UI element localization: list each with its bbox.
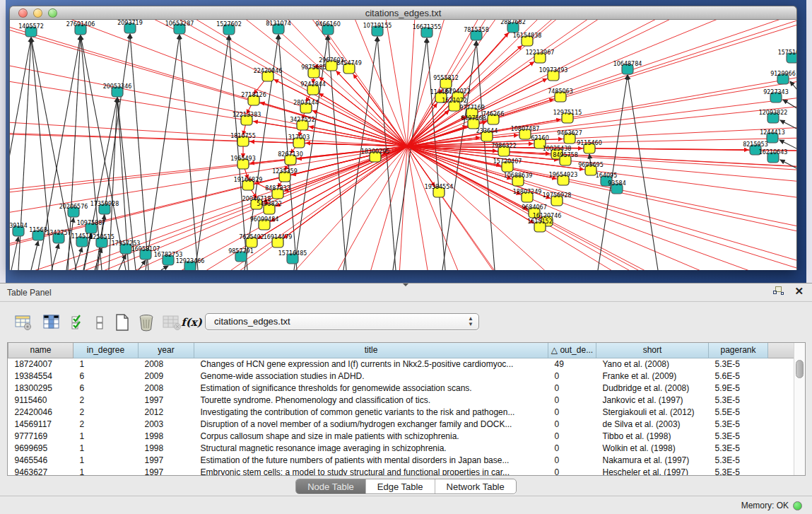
- table-cell[interactable]: Estimation of significance thresholds fo…: [194, 382, 548, 394]
- table-cell[interactable]: 0: [548, 418, 596, 430]
- table-cell[interactable]: 5.9E-5: [709, 382, 768, 394]
- citation-edge-red[interactable]: [407, 20, 466, 146]
- table-cell[interactable]: Structural magnetic resonance image aver…: [194, 442, 548, 454]
- table-row[interactable]: 911546021997Tourette syndrome. Phenomeno…: [8, 394, 794, 406]
- table-row[interactable]: 946554611997Estimation of the future num…: [8, 454, 794, 466]
- network-node[interactable]: 27691406: [66, 21, 95, 35]
- network-node[interactable]: 20053346: [103, 83, 132, 97]
- table-cell[interactable]: 2008: [139, 382, 194, 394]
- network-node[interactable]: 9555812: [433, 75, 459, 88]
- tab-node-table[interactable]: Node Table: [296, 479, 365, 493]
- table-cell[interactable]: 5.3E-5: [709, 466, 768, 475]
- table-cell[interactable]: 0: [548, 370, 596, 382]
- table-cell[interactable]: 49: [548, 358, 596, 370]
- table-cell[interactable]: 5.6E-5: [709, 370, 768, 382]
- table-cell[interactable]: Tourette syndrome. Phenomenology and cla…: [194, 394, 548, 406]
- table-cell[interactable]: 2: [73, 418, 139, 430]
- citation-edge-black[interactable]: [139, 260, 146, 270]
- table-cell[interactable]: 9777169: [8, 430, 73, 442]
- network-node[interactable]: 16671355: [413, 24, 442, 37]
- table-cell[interactable]: 1: [73, 442, 139, 454]
- citation-edge-red[interactable]: [10, 117, 407, 146]
- network-node[interactable]: 10975887: [77, 220, 106, 233]
- table-cell[interactable]: 9463627: [8, 466, 73, 475]
- table-cell[interactable]: 9465546: [8, 454, 73, 466]
- network-node[interactable]: 16914479: [264, 234, 293, 247]
- citation-edge-black[interactable]: [790, 81, 797, 90]
- table-row[interactable]: 2242004622012Investigating the contribut…: [8, 406, 794, 418]
- citation-edge-red[interactable]: [312, 111, 407, 146]
- table-cell[interactable]: 1: [73, 358, 139, 370]
- network-node[interactable]: 1965493: [230, 156, 256, 169]
- table-row[interactable]: 1456911722003Disruption of a novel membe…: [8, 418, 794, 430]
- network-node[interactable]: 1405572: [18, 23, 44, 37]
- table-cell[interactable]: 1998: [139, 430, 194, 442]
- table-cell[interactable]: 6: [73, 370, 139, 382]
- table-cell[interactable]: 2: [73, 394, 139, 406]
- tab-network-table[interactable]: Network Table: [435, 479, 516, 493]
- network-window-titlebar[interactable]: citations_edges.txt: [9, 6, 797, 20]
- citation-edge-black[interactable]: [52, 244, 59, 270]
- network-node[interactable]: 8454749: [336, 60, 362, 74]
- citation-edge-black[interactable]: [146, 35, 180, 270]
- network-node[interactable]: 19384554: [425, 184, 454, 197]
- table-cell[interactable]: 1998: [139, 442, 194, 454]
- table-cell[interactable]: 1: [73, 454, 139, 466]
- table-cell[interactable]: 0: [548, 466, 596, 475]
- network-node[interactable]: 1810755: [230, 133, 256, 146]
- unselect-all-icon[interactable]: [89, 312, 110, 333]
- table-cell[interactable]: 5.3E-5: [709, 418, 768, 430]
- table-cell[interactable]: Disruption of a novel member of a sodium…: [194, 418, 548, 430]
- function-builder-icon[interactable]: f(x): [181, 312, 202, 333]
- table-cell[interactable]: Embryonic stem cells: a model to study s…: [194, 466, 548, 475]
- network-node[interactable]: 15716485: [278, 250, 307, 264]
- table-cell[interactable]: 18724007: [8, 358, 73, 370]
- network-node[interactable]: 2093719: [117, 20, 143, 33]
- table-cell[interactable]: 5.3E-5: [709, 358, 768, 370]
- table-cell[interactable]: 9115460: [8, 394, 73, 406]
- table-cell[interactable]: Investigating the contribution of common…: [194, 406, 548, 418]
- table-row[interactable]: 1830029562008Estimation of significance …: [8, 382, 794, 394]
- network-node[interactable]: 12093822: [759, 110, 788, 123]
- table-cell[interactable]: 0: [548, 406, 596, 418]
- table-cell[interactable]: 1: [73, 430, 139, 442]
- network-node[interactable]: 15751074: [778, 49, 797, 63]
- table-cell[interactable]: 2: [73, 406, 139, 418]
- table-cell[interactable]: 5.3E-5: [709, 394, 768, 406]
- network-window[interactable]: citations_edges.txt: [9, 6, 797, 270]
- select-all-icon[interactable]: [68, 312, 89, 333]
- network-node[interactable]: 39134: [10, 223, 28, 236]
- column-visibility-icon[interactable]: [41, 312, 62, 333]
- network-node[interactable]: 7625402: [239, 234, 264, 247]
- citation-edge-black[interactable]: [31, 241, 38, 270]
- new-file-icon[interactable]: [112, 312, 133, 333]
- table-cell[interactable]: Franke et al. (2009): [596, 370, 709, 382]
- network-node[interactable]: 12923466: [176, 258, 205, 270]
- table-cell[interactable]: 18300295: [8, 382, 73, 394]
- citation-edge-black[interactable]: [161, 266, 168, 270]
- table-row[interactable]: 969969511998Structural magnetic resonanc…: [8, 442, 794, 454]
- delete-icon[interactable]: [136, 312, 157, 333]
- table-cell[interactable]: Genome-wide association studies in ADHD.: [194, 370, 548, 382]
- network-node[interactable]: 96099484: [250, 216, 279, 230]
- table-cell[interactable]: Estimation of the future numbers of pati…: [194, 454, 548, 466]
- table-row[interactable]: 946362711997Embryonic stem cells: a mode…: [8, 466, 794, 475]
- network-node[interactable]: 9242844: [300, 81, 326, 95]
- network-node[interactable]: 1235359: [272, 168, 298, 182]
- table-cell[interactable]: Jankovic et al. (1997): [596, 394, 709, 406]
- table-row[interactable]: 1938455462009Genome-wide association stu…: [8, 370, 794, 382]
- network-canvas[interactable]: 1405572276914062093719106532871527602813…: [9, 20, 797, 270]
- table-cell[interactable]: 1997: [139, 454, 194, 466]
- table-cell[interactable]: 6: [73, 382, 139, 394]
- network-node[interactable]: 20206576: [59, 204, 88, 217]
- network-node[interactable]: 317003: [288, 134, 310, 148]
- table-cell[interactable]: 5.3E-5: [709, 442, 768, 454]
- table-cell[interactable]: 1: [73, 466, 139, 475]
- column-header-in_degree[interactable]: in_degree: [73, 343, 139, 358]
- table-cell[interactable]: Yano et al. (2008): [596, 358, 709, 370]
- table-settings-icon[interactable]: [13, 312, 34, 333]
- citation-edge-black[interactable]: [11, 237, 18, 270]
- table-cell[interactable]: 2008: [139, 358, 194, 370]
- citation-edge-black[interactable]: [628, 75, 658, 270]
- table-cell[interactable]: 19384554: [8, 370, 73, 382]
